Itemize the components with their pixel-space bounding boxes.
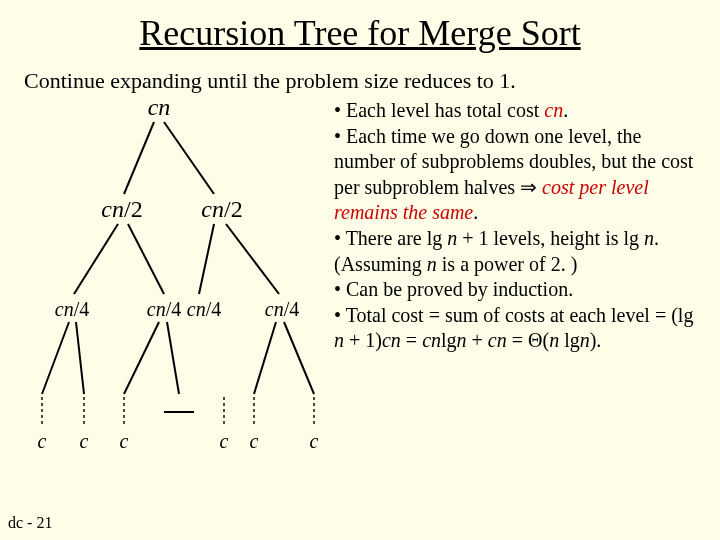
bullet-5: • Total cost = sum of costs at each leve… <box>334 303 702 354</box>
svg-line-4 <box>199 224 214 294</box>
svg-line-10 <box>254 322 276 394</box>
svg-line-3 <box>128 224 164 294</box>
svg-line-2 <box>74 224 118 294</box>
tree-leaf-6: c <box>310 430 319 453</box>
svg-line-7 <box>76 322 84 394</box>
tree-leaf-1: c <box>38 430 47 453</box>
svg-line-5 <box>226 224 279 294</box>
tree-leaf-5: c <box>250 430 259 453</box>
tree-l1-right: cn/2 <box>201 196 242 223</box>
svg-line-6 <box>42 322 69 394</box>
tree-leaf-3: c <box>120 430 129 453</box>
svg-line-8 <box>124 322 159 394</box>
svg-line-1 <box>164 122 214 194</box>
slide-number: dc - 21 <box>8 514 52 532</box>
svg-line-9 <box>167 322 179 394</box>
recursion-tree-diagram: cn cn/2 cn/2 cn/4 cn/4 cn/4 cn/4 c c c c… <box>24 94 334 474</box>
page-title: Recursion Tree for Merge Sort <box>0 0 720 54</box>
page-subtitle: Continue expanding until the problem siz… <box>24 68 720 94</box>
tree-leaf-4: c <box>220 430 229 453</box>
content-area: cn cn/2 cn/2 cn/4 cn/4 cn/4 cn/4 c c c c… <box>0 94 720 474</box>
tree-l1-left: cn/2 <box>101 196 142 223</box>
tree-l2-2: cn/4 <box>147 298 181 321</box>
tree-l2-1: cn/4 <box>55 298 89 321</box>
tree-l2-3: cn/4 <box>187 298 221 321</box>
svg-line-11 <box>284 322 314 394</box>
svg-line-0 <box>124 122 154 194</box>
bullet-3: • There are lg n + 1 levels, height is l… <box>334 226 702 277</box>
tree-l2-4: cn/4 <box>265 298 299 321</box>
tree-root-label: cn <box>148 94 171 121</box>
bullet-4: • Can be proved by induction. <box>334 277 702 303</box>
bullet-1: • Each level has total cost cn. <box>334 98 702 124</box>
tree-lines <box>24 94 334 474</box>
bullet-list: • Each level has total cost cn. • Each t… <box>334 94 702 474</box>
bullet-2: • Each time we go down one level, the nu… <box>334 124 702 226</box>
tree-leaf-2: c <box>80 430 89 453</box>
